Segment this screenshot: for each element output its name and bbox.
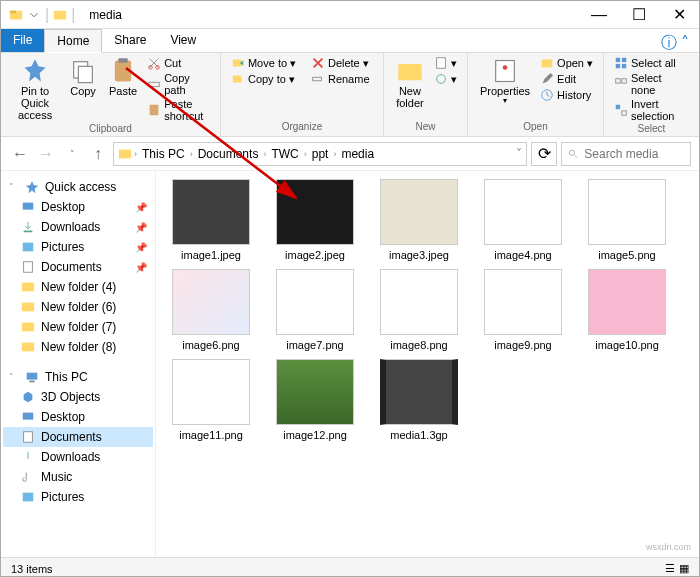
up-button[interactable]: ↑	[87, 143, 109, 165]
file-item[interactable]: image7.png	[270, 269, 360, 351]
select-none-button[interactable]: Select none	[610, 71, 693, 97]
svg-rect-21	[616, 58, 620, 62]
file-item[interactable]: media1.3gp	[374, 359, 464, 441]
sidebar-quick-access[interactable]: ˅Quick access	[3, 177, 153, 197]
new-folder-button[interactable]: New folder	[390, 55, 430, 111]
file-item[interactable]: image2.jpeg	[270, 179, 360, 261]
chevron-right-icon[interactable]: ›	[261, 149, 268, 159]
copy-path-button[interactable]: Copy path	[143, 71, 214, 97]
chevron-down-icon[interactable]: ˅	[9, 372, 19, 382]
rename-button[interactable]: Rename	[307, 71, 377, 87]
cut-button[interactable]: Cut	[143, 55, 214, 71]
sidebar-item-folder[interactable]: New folder (7)	[3, 317, 153, 337]
svg-rect-19	[542, 60, 553, 68]
select-all-button[interactable]: Select all	[610, 55, 693, 71]
delete-icon	[311, 56, 325, 70]
thumbnail	[484, 269, 562, 335]
sidebar-item-downloads[interactable]: Downloads📌	[3, 217, 153, 237]
sidebar-item-documents[interactable]: Documents	[3, 427, 153, 447]
svg-rect-22	[622, 58, 626, 62]
properties-button[interactable]: Properties▾	[474, 55, 536, 108]
tab-view[interactable]: View	[158, 29, 208, 52]
thumbnail	[172, 359, 250, 425]
crumb-media[interactable]: media	[338, 147, 377, 161]
recent-dropdown[interactable]: ˅	[61, 143, 83, 165]
breadcrumb[interactable]: › This PC › Documents › TWC › ppt › medi…	[113, 142, 527, 166]
svg-rect-36	[22, 303, 34, 312]
thumbnail	[276, 359, 354, 425]
crumb-this-pc[interactable]: This PC	[139, 147, 188, 161]
sidebar-this-pc[interactable]: ˅This PC	[3, 367, 153, 387]
sidebar-item-pictures[interactable]: Pictures	[3, 487, 153, 507]
invert-selection-button[interactable]: Invert selection	[610, 97, 693, 123]
close-button[interactable]: ✕	[659, 1, 699, 29]
file-item[interactable]: image10.png	[582, 269, 672, 351]
copy-button[interactable]: Copy	[63, 55, 103, 123]
chevron-right-icon[interactable]: ›	[188, 149, 195, 159]
delete-button[interactable]: Delete ▾	[307, 55, 377, 71]
history-button[interactable]: History	[536, 87, 597, 103]
dropdown-icon[interactable]	[27, 8, 41, 22]
sidebar-item-desktop[interactable]: Desktop📌	[3, 197, 153, 217]
chevron-down-icon[interactable]: ˅	[9, 182, 19, 192]
chevron-right-icon[interactable]: ›	[331, 149, 338, 159]
edit-button[interactable]: Edit	[536, 71, 597, 87]
folder-icon	[21, 300, 35, 314]
svg-rect-4	[78, 66, 92, 82]
file-item[interactable]: image11.png	[166, 359, 256, 441]
chevron-right-icon[interactable]: ›	[302, 149, 309, 159]
file-name-label: media1.3gp	[390, 429, 448, 441]
file-item[interactable]: image5.png	[582, 179, 672, 261]
sidebar-item-folder[interactable]: New folder (8)	[3, 337, 153, 357]
files-area[interactable]: image1.jpegimage2.jpegimage3.jpegimage4.…	[156, 171, 699, 557]
pictures-icon	[21, 240, 35, 254]
sidebar-item-music[interactable]: Music	[3, 467, 153, 487]
sidebar-item-documents[interactable]: Documents📌	[3, 257, 153, 277]
easy-access-button[interactable]: ▾	[430, 71, 461, 87]
file-item[interactable]: image12.png	[270, 359, 360, 441]
pin-to-quick-access-button[interactable]: Pin to Quick access	[7, 55, 63, 123]
maximize-button[interactable]: ☐	[619, 1, 659, 29]
ribbon: Pin to Quick access Copy Paste Cut Copy …	[1, 53, 699, 137]
file-item[interactable]: image1.jpeg	[166, 179, 256, 261]
file-item[interactable]: image9.png	[478, 269, 568, 351]
crumb-twc[interactable]: TWC	[268, 147, 301, 161]
crumb-dropdown[interactable]: ˅	[516, 147, 522, 161]
file-item[interactable]: image3.jpeg	[374, 179, 464, 261]
chevron-right-icon[interactable]: ›	[132, 149, 139, 159]
file-item[interactable]: image6.png	[166, 269, 256, 351]
forward-button[interactable]: →	[35, 143, 57, 165]
sidebar-item-folder[interactable]: New folder (6)	[3, 297, 153, 317]
file-item[interactable]: image8.png	[374, 269, 464, 351]
documents-icon	[21, 430, 35, 444]
search-input[interactable]	[584, 147, 684, 161]
paste-button[interactable]: Paste	[103, 55, 143, 123]
search-box[interactable]	[561, 142, 691, 166]
view-details-button[interactable]: ☰	[665, 562, 675, 575]
file-item[interactable]: image4.png	[478, 179, 568, 261]
tab-share[interactable]: Share	[102, 29, 158, 52]
tab-file[interactable]: File	[1, 29, 44, 52]
minimize-button[interactable]: —	[579, 1, 619, 29]
sidebar-item-pictures[interactable]: Pictures📌	[3, 237, 153, 257]
tab-home[interactable]: Home	[44, 29, 102, 53]
copy-to-button[interactable]: Copy to ▾	[227, 71, 307, 87]
ribbon-help-icon[interactable]: ⓘ ˄	[651, 29, 699, 52]
open-button[interactable]: Open ▾	[536, 55, 597, 71]
back-button[interactable]: ←	[9, 143, 31, 165]
new-item-button[interactable]: ▾	[430, 55, 461, 71]
sidebar-item-desktop[interactable]: Desktop	[3, 407, 153, 427]
paste-shortcut-button[interactable]: Paste shortcut	[143, 97, 214, 123]
sidebar-item-folder[interactable]: New folder (4)	[3, 277, 153, 297]
refresh-button[interactable]: ⟳	[531, 142, 557, 166]
view-large-button[interactable]: ▦	[679, 562, 689, 575]
folder-icon	[21, 280, 35, 294]
crumb-ppt[interactable]: ppt	[309, 147, 332, 161]
crumb-documents[interactable]: Documents	[195, 147, 262, 161]
sidebar-item-3d-objects[interactable]: 3D Objects	[3, 387, 153, 407]
sidebar-item-downloads[interactable]: Downloads	[3, 447, 153, 467]
svg-rect-25	[616, 79, 620, 83]
move-to-button[interactable]: Move to ▾	[227, 55, 307, 71]
paste-icon	[109, 57, 137, 85]
paste-shortcut-icon	[147, 103, 161, 117]
